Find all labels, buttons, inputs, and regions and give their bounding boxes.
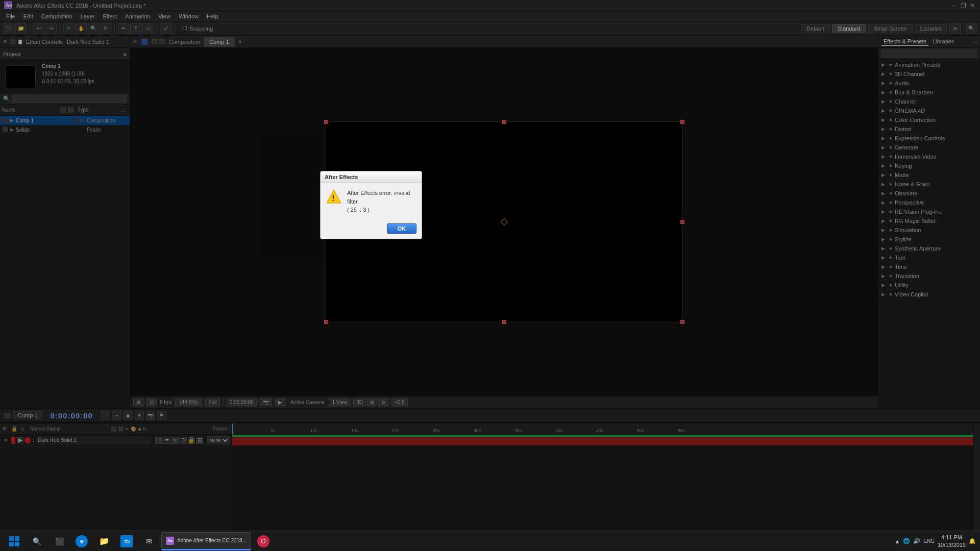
effect-category-item[interactable]: ▶ ★ Keying — [878, 161, 980, 170]
grid-toggle[interactable]: ⊡ — [146, 398, 157, 406]
layer-name-field[interactable]: Dark Red Solid 1 — [36, 436, 151, 444]
collapse-btn[interactable]: ⊞ — [196, 437, 203, 444]
keyframe-btn[interactable]: ◆ — [124, 411, 133, 420]
menu-file[interactable]: File — [2, 11, 19, 21]
layer-expand-toggle[interactable]: ▶ — [17, 437, 23, 443]
network-icon[interactable]: 🌐 — [903, 538, 910, 544]
edge-btn[interactable]: e — [71, 532, 92, 550]
expand-icon[interactable]: ▶ — [10, 127, 14, 132]
effect-category-item[interactable]: ▶ ★ Simulation — [878, 226, 980, 235]
effect-category-item[interactable]: ▶ ★ Perspective — [878, 198, 980, 207]
lock-btn[interactable]: 🔒 — [188, 437, 195, 444]
quality-btn[interactable]: ✒ — [163, 437, 170, 444]
layer-track-bar[interactable] — [232, 437, 973, 445]
effect-category-item[interactable]: ▶ ★ Blur & Sharpen — [878, 88, 980, 97]
effect-category-item[interactable]: ▶ ★ Animation Presets — [878, 60, 980, 69]
magnification-toggle[interactable]: ⊞ — [133, 398, 143, 406]
pen-tool[interactable]: ✒ — [118, 23, 129, 34]
effect-category-item[interactable]: ▶ ★ RG Magic Bullet — [878, 216, 980, 226]
workspace-overflow[interactable]: ≫ — [949, 23, 961, 34]
menu-edit[interactable]: Edit — [19, 11, 37, 21]
layer-3d-btn[interactable]: 3 — [180, 437, 187, 444]
effect-category-item[interactable]: ▶ ★ Transition — [878, 271, 980, 281]
menu-animation[interactable]: Animation — [121, 11, 154, 21]
effect-category-item[interactable]: ▶ ★ Color Correction — [878, 115, 980, 124]
search-btn[interactable]: 🔍 — [27, 532, 47, 550]
timecode-display[interactable]: 0:00:00:00 — [227, 398, 257, 406]
project-search-input[interactable] — [12, 95, 127, 103]
volume-icon[interactable]: 🔊 — [913, 538, 920, 544]
expand-icon[interactable]: ▶ — [10, 118, 14, 123]
mail-btn[interactable]: ✉ — [139, 532, 159, 550]
redo-button[interactable]: ↪ — [45, 23, 57, 34]
zoom-control[interactable]: (44.6%) — [175, 398, 202, 406]
effect-category-item[interactable]: ▶ ★ 3D Channel — [878, 69, 980, 79]
grid-btn[interactable]: ⊞ — [367, 398, 377, 406]
playback-btn[interactable]: ▶ — [275, 398, 285, 406]
close-comp-icon[interactable]: ✕ — [133, 39, 137, 44]
effect-category-item[interactable]: ▶ ★ Audio — [878, 79, 980, 88]
motion-blur-btn[interactable]: ⬛ — [155, 437, 162, 444]
workspace-libraries[interactable]: Libraries — [915, 24, 947, 33]
flag-btn[interactable]: ⚑ — [157, 411, 166, 420]
ae-taskbar-app[interactable]: Ae Adobe After Effects CC 2018... — [161, 532, 251, 550]
hand-tool[interactable]: ✋ — [76, 23, 87, 34]
effect-category-item[interactable]: ▶ ★ Expression Controls — [878, 134, 980, 143]
notification-icon[interactable]: ▲ — [894, 538, 900, 544]
menu-composition[interactable]: Composition — [37, 11, 77, 21]
3d-toggle[interactable]: 3D — [353, 398, 366, 406]
menu-layer[interactable]: Layer — [77, 11, 99, 21]
layer-visibility-toggle[interactable]: 👁 — [2, 437, 9, 444]
effects-search-input[interactable] — [881, 49, 977, 58]
tab-effects-presets[interactable]: Effects & Presets — [881, 37, 928, 46]
workspace-default[interactable]: Default — [801, 24, 830, 33]
close-button[interactable]: ✕ — [969, 2, 976, 9]
playhead[interactable] — [232, 423, 233, 434]
store-btn[interactable]: 🛍 — [116, 532, 137, 550]
zoom-out-btn[interactable]: - — [101, 411, 110, 420]
notification-bell[interactable]: 🔔 — [969, 538, 976, 544]
resolution-toggle[interactable]: Full — [205, 398, 219, 406]
workspace-standard[interactable]: Standard — [832, 24, 866, 33]
effect-category-item[interactable]: ▶ ★ RE:Vision Plug-ins — [878, 207, 980, 216]
mask-btn[interactable]: ⊘ — [378, 398, 388, 406]
comp-tab-menu[interactable]: ≡ — [239, 39, 242, 44]
panel-menu-icon[interactable]: ≡ — [974, 39, 977, 45]
minimize-button[interactable]: ─ — [950, 2, 958, 9]
effect-category-item[interactable]: ▶ ★ Matte — [878, 170, 980, 180]
layer-mode-indicator[interactable] — [24, 437, 31, 443]
files-btn[interactable]: 📁 — [94, 532, 114, 550]
menu-help[interactable]: Help — [203, 11, 223, 21]
snapshot-btn[interactable]: 📷 — [260, 398, 272, 406]
text-tool[interactable]: T — [130, 23, 141, 34]
effect-category-item[interactable]: ▶ ★ Distort — [878, 124, 980, 134]
menu-effect[interactable]: Effect — [99, 11, 121, 21]
marker-btn[interactable]: ▼ — [135, 411, 144, 420]
menu-window[interactable]: Window — [175, 11, 203, 21]
zoom-in-btn[interactable]: + — [112, 411, 121, 420]
open-button[interactable]: 📁 — [15, 23, 27, 34]
effect-controls-close[interactable]: ✕ — [3, 39, 7, 44]
undo-button[interactable]: ↩ — [33, 23, 44, 34]
system-clock[interactable]: 4:11 PM 10/13/2019 — [938, 534, 966, 548]
effect-category-item[interactable]: ▶ ★ Utility — [878, 281, 980, 290]
comp-tab[interactable]: Comp 1 — [204, 37, 235, 47]
zoom-tool[interactable]: 🔍 — [88, 23, 99, 34]
effect-category-item[interactable]: ▶ ★ Obsolete — [878, 189, 980, 198]
paint-tool[interactable]: 🖊 — [160, 23, 172, 34]
workspace-small-screen[interactable]: Small Screen — [868, 24, 912, 33]
rotate-tool[interactable]: ↻ — [100, 23, 111, 34]
restore-button[interactable]: ❐ — [960, 2, 967, 9]
camera-btn[interactable]: 📷 — [146, 411, 155, 420]
dialog-ok-button[interactable]: OK — [387, 223, 417, 234]
effect-category-item[interactable]: ▶ ★ Time — [878, 262, 980, 271]
effect-category-item[interactable]: ▶ ★ Immersive Video — [878, 152, 980, 161]
task-view-btn[interactable]: ⬛ — [49, 532, 69, 550]
opera-btn[interactable]: O — [253, 532, 274, 550]
start-button[interactable] — [4, 532, 24, 550]
new-comp-button[interactable]: ⬛ — [3, 23, 14, 34]
list-item[interactable]: ⬛ ▶ Comp 1 C ⚙ Composition — [0, 116, 130, 125]
timeline-comp-tab[interactable]: Comp 1 — [13, 411, 42, 419]
effects-btn[interactable]: fx — [172, 437, 179, 444]
effect-category-item[interactable]: ▶ ★ Synthetic Aperture — [878, 244, 980, 253]
